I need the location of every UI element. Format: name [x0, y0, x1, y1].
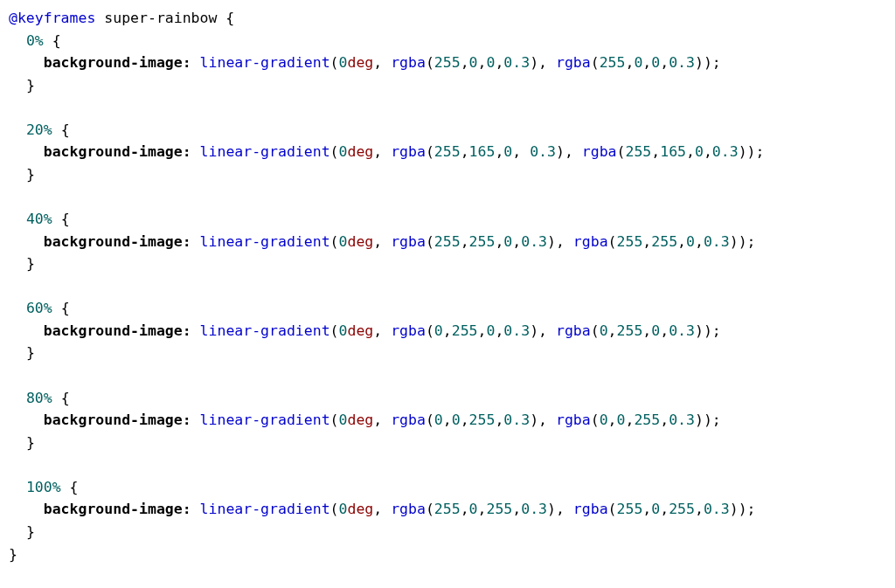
code-block: @keyframes super-rainbow { 0% { backgrou… — [9, 7, 886, 565]
code-line: background-image: linear-gradient(0deg, … — [9, 320, 886, 342]
code-line: background-image: linear-gradient(0deg, … — [9, 52, 886, 74]
code-line — [9, 186, 886, 209]
code-line: background-image: linear-gradient(0deg, … — [9, 141, 886, 163]
code-line: @keyframes super-rainbow { — [9, 7, 886, 30]
code-line — [9, 275, 886, 298]
code-line: } — [9, 342, 886, 364]
code-line: 40% { — [9, 208, 886, 231]
code-line: 0% { — [9, 30, 886, 52]
code-line — [9, 364, 886, 387]
code-line: } — [9, 521, 886, 543]
code-line — [9, 96, 886, 119]
code-line: background-image: linear-gradient(0deg, … — [9, 409, 886, 432]
code-line: background-image: linear-gradient(0deg, … — [9, 498, 886, 521]
code-line: 100% { — [9, 476, 886, 499]
code-line: 80% { — [9, 387, 886, 410]
code-line: } — [9, 74, 886, 97]
code-line: } — [9, 252, 886, 275]
code-line: 20% { — [9, 119, 886, 142]
code-line: 60% { — [9, 297, 886, 320]
code-line: } — [9, 163, 886, 186]
code-line: background-image: linear-gradient(0deg, … — [9, 231, 886, 253]
code-line — [9, 453, 886, 476]
code-line: } — [9, 543, 886, 566]
code-line: } — [9, 432, 886, 454]
